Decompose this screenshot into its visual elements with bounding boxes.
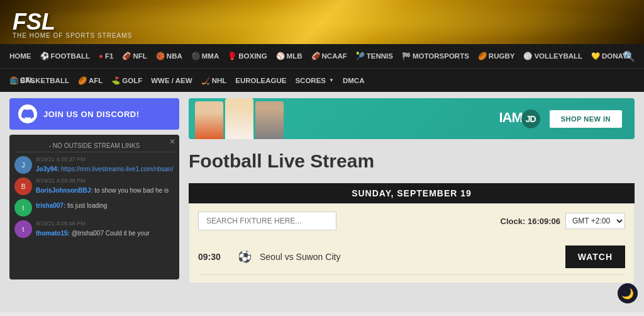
cfl-icon: 📺 <box>9 76 18 84</box>
nfl-icon: 🏈 <box>122 52 131 60</box>
site-tagline: THE HOME OF SPORTS STREAMS <box>13 32 132 39</box>
mlb-icon: ⚾ <box>276 52 285 60</box>
fixtures-area: Clock: 16:09:06 GMT +2:00 GMT +0:00 GMT … <box>189 203 635 283</box>
nav-euroleague[interactable]: EUROLEAGUE <box>231 69 291 93</box>
chat-time: 9/19/21 4:09:46 PM <box>36 220 174 227</box>
nav-tennis[interactable]: 🎾 TENNIS <box>352 44 397 68</box>
clock-area: Clock: 16:09:06 GMT +2:00 GMT +0:00 GMT … <box>501 213 625 229</box>
nav-football[interactable]: ⚽ FOOTBALL <box>36 44 95 68</box>
ad-logo-area: IAMJD SHOP NEW IN <box>499 110 622 128</box>
chat-message: B 9/19/21 4:09:38 PM BorisJohnsonBBJ: to… <box>14 178 174 195</box>
ad-person <box>225 98 253 139</box>
nhl-icon: 🏒 <box>201 76 210 85</box>
chat-text: to show you how bad he is <box>94 187 169 194</box>
ad-banner[interactable]: IAMJD SHOP NEW IN <box>189 98 635 139</box>
chat-notice: - NO OUTSIDE STREAM LINKS <box>14 140 174 152</box>
f1-icon: ● <box>99 52 103 60</box>
rugby-icon: 🏉 <box>478 52 487 60</box>
page-title: Football Live Stream <box>189 150 635 172</box>
mma-icon: ⚫ <box>191 52 200 60</box>
site-logo: FSL <box>13 11 55 33</box>
avatar: B <box>14 178 32 195</box>
clock-label: Clock: 16:09:06 <box>501 217 560 226</box>
chat-username: thomato15: <box>36 230 72 237</box>
football-icon: ⚽ <box>40 52 49 60</box>
nav-afl[interactable]: 🏉 AFL <box>74 69 107 93</box>
match-time: 09:30 <box>198 252 230 262</box>
nav-wwe-aew[interactable]: WWE / AEW <box>147 69 196 93</box>
nav-ncaaf[interactable]: 🏈 NCAAF <box>307 44 352 68</box>
nav-volleyball[interactable]: 🏐 VOLLEYBALL <box>519 44 587 68</box>
nav-dmca[interactable]: DMCA <box>338 69 369 93</box>
nav-scores[interactable]: SCORES ▼ <box>291 69 338 93</box>
ad-person <box>195 101 223 139</box>
nav-home[interactable]: HOME <box>5 44 36 68</box>
ncaaf-icon: 🏈 <box>311 52 320 60</box>
chat-username: Jo3y94: <box>36 166 61 172</box>
ad-shop-button[interactable]: SHOP NEW IN <box>550 110 622 128</box>
ad-person <box>255 101 284 139</box>
ad-people <box>195 98 286 139</box>
chat-text: https://mm.livestreams-live1.com/nbsan/ <box>61 166 173 172</box>
nav-motorsports[interactable]: 🏁 MOTORSPORTS <box>397 44 474 68</box>
header-banner: FSL THE HOME OF SPORTS STREAMS <box>0 0 644 44</box>
nav-nba[interactable]: 🏀 NBA <box>152 44 187 68</box>
discord-banner[interactable]: JOIN US ON DISCORD! <box>9 98 179 130</box>
golf-icon: ⛳ <box>111 76 120 85</box>
sidebar-chat: ✕ - NO OUTSIDE STREAM LINKS J 9/19/21 4:… <box>9 135 179 279</box>
chat-message: t trisha007: tis just loading <box>14 199 174 217</box>
chat-message: J 9/19/21 4:09:37 PM Jo3y94: https://mm.… <box>14 156 174 174</box>
moon-icon: 🌙 <box>621 288 634 300</box>
nav-nfl[interactable]: 🏈 NFL <box>118 44 151 68</box>
nav-secondary: 🏀 BASKETBALL 🏉 AFL ⛳ GOLF WWE / AEW 🏒 NH… <box>0 68 644 92</box>
avatar: t <box>14 199 32 217</box>
match-row: 09:30 ⚽ Seoul vs Suwon City WATCH <box>198 239 625 275</box>
ad-logo: IAMJD <box>499 110 540 125</box>
chat-text: @trisha007 Could it be your <box>72 230 150 237</box>
nav-mlb[interactable]: ⚾ MLB <box>272 44 307 68</box>
nav-golf[interactable]: ⛳ GOLF <box>107 69 147 93</box>
search-input[interactable] <box>198 212 336 230</box>
chat-message: t 9/19/21 4:09:46 PM thomato15: @trisha0… <box>14 220 174 238</box>
main-content: JOIN US ON DISCORD! ✕ - NO OUTSIDE STREA… <box>0 92 644 312</box>
donate-icon: 💛 <box>591 52 600 60</box>
content-area: IAMJD SHOP NEW IN Football Live Stream S… <box>189 98 635 306</box>
watch-button[interactable]: WATCH <box>565 245 625 268</box>
afl-icon: 🏉 <box>78 76 87 85</box>
boxing-icon: 🥊 <box>228 52 236 60</box>
match-name: Seoul vs Suwon City <box>260 252 559 262</box>
ad-logo-circle: JD <box>521 110 540 128</box>
discord-label: JOIN US ON DISCORD! <box>43 110 140 119</box>
dark-mode-toggle[interactable]: 🌙 <box>618 283 638 303</box>
chat-username: BorisJohnsonBBJ: <box>36 187 94 194</box>
nav-f1[interactable]: ● F1 <box>94 44 118 68</box>
chat-text: tis just loading <box>67 202 107 209</box>
nav-cfl[interactable]: 📺 CFL <box>5 68 38 92</box>
sport-icon: ⚽ <box>236 248 253 266</box>
nav-primary: HOME ⚽ FOOTBALL ● F1 🏈 NFL 🏀 NBA ⚫ MMA 🥊… <box>0 44 644 68</box>
avatar: J <box>14 156 32 174</box>
sidebar: JOIN US ON DISCORD! ✕ - NO OUTSIDE STREA… <box>9 98 179 306</box>
nav-nhl[interactable]: 🏒 NHL <box>197 69 231 93</box>
nba-icon: 🏀 <box>156 52 165 60</box>
close-icon[interactable]: ✕ <box>169 137 175 146</box>
chevron-down-icon: ▼ <box>329 77 334 83</box>
nav-rugby[interactable]: 🏉 RUGBY <box>474 44 519 68</box>
chat-time: 9/19/21 4:09:37 PM <box>36 156 174 162</box>
fixtures-controls: Clock: 16:09:06 GMT +2:00 GMT +0:00 GMT … <box>198 212 625 230</box>
nav-mma[interactable]: ⚫ MMA <box>187 44 223 68</box>
search-icon[interactable]: 🔍 <box>620 48 638 65</box>
date-bar: SUNDAY, SEPTEMBER 19 <box>189 183 635 203</box>
avatar: t <box>14 220 32 238</box>
motorsports-icon: 🏁 <box>402 52 411 60</box>
chat-username: trisha007: <box>36 202 67 209</box>
tennis-icon: 🎾 <box>356 52 365 60</box>
nav-boxing[interactable]: 🥊 BOXING <box>223 44 271 68</box>
timezone-select[interactable]: GMT +2:00 GMT +0:00 GMT +1:00 GMT +3:00 … <box>565 213 625 229</box>
volleyball-icon: 🏐 <box>523 52 532 60</box>
chat-time: 9/19/21 4:09:38 PM <box>36 178 174 184</box>
discord-icon <box>18 104 37 123</box>
